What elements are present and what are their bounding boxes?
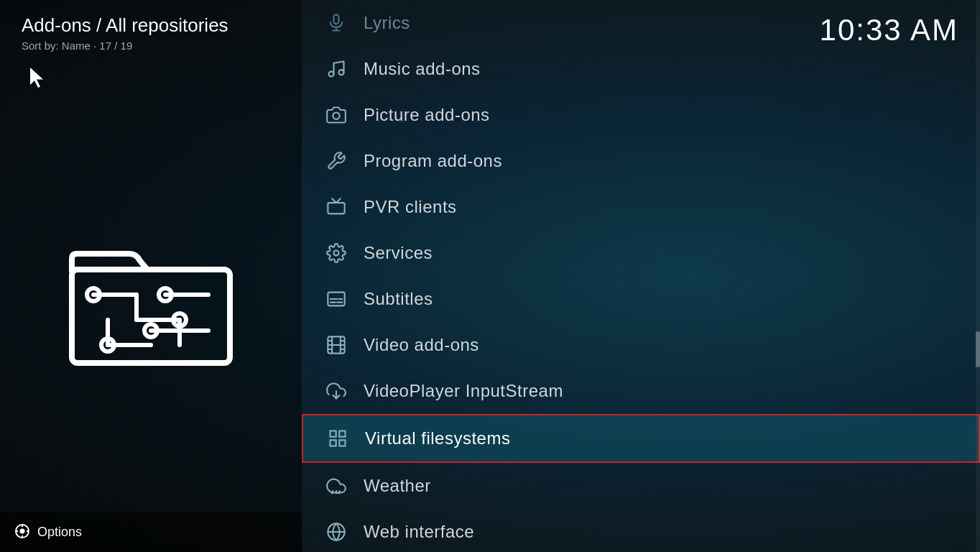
menu-item-picture-addons[interactable]: Picture add-ons [302,92,980,138]
right-panel: LyricsMusic add-onsPicture add-onsProgra… [302,0,980,552]
scrollbar[interactable] [976,0,980,552]
options-icon [14,523,30,542]
options-bar[interactable]: Options [0,512,302,552]
svg-rect-26 [328,203,344,213]
menu-item-services[interactable]: Services [302,230,980,276]
menu-item-music-addons[interactable]: Music add-ons [302,46,980,92]
menu-item-virtual-filesystems[interactable]: Virtual filesystems [302,414,980,463]
download-box-icon [323,378,349,404]
menu-label-subtitles: Subtitles [364,289,433,309]
menu-label-weather: Weather [364,476,431,496]
folder-icon [65,226,237,370]
menu-label-videoplayer-inputstream: VideoPlayer InputStream [364,381,563,401]
menu-label-web-interface: Web interface [364,522,474,542]
camera-icon [323,102,349,128]
options-label: Options [37,525,82,540]
subtitles-icon [323,286,349,312]
menu-label-video-addons: Video add-ons [364,335,479,355]
menu-list: LyricsMusic add-onsPicture add-onsProgra… [302,0,980,552]
svg-rect-42 [330,431,336,437]
svg-rect-20 [334,14,339,24]
svg-point-25 [333,113,339,119]
menu-item-video-addons[interactable]: Video add-ons [302,322,980,368]
menu-label-pvr-clients: PVR clients [364,197,457,217]
menu-label-music-addons: Music add-ons [364,59,481,79]
folder-icon-container [22,116,280,538]
menu-item-subtitles[interactable]: Subtitles [302,276,980,322]
gear-icon [323,240,349,266]
svg-point-24 [339,70,344,75]
grid-box-icon [325,426,351,451]
svg-point-15 [20,528,25,533]
tv-icon [323,194,349,220]
film-icon [323,332,349,358]
svg-rect-45 [339,440,345,446]
music-note-icon [323,56,349,82]
svg-rect-44 [330,440,336,446]
cursor-icon [29,66,280,94]
menu-label-virtual-filesystems: Virtual filesystems [365,428,510,448]
left-panel: Add-ons / All repositories Sort by: Name… [0,0,302,552]
svg-rect-0 [72,270,230,363]
menu-item-lyrics[interactable]: Lyrics [302,0,980,46]
svg-point-27 [334,251,339,256]
menu-label-picture-addons: Picture add-ons [364,105,490,125]
menu-label-lyrics: Lyrics [364,13,410,33]
menu-item-weather[interactable]: Weather [302,463,980,509]
wrench-icon [323,148,349,174]
page-title: Add-ons / All repositories Sort by: Name… [22,14,280,66]
scrollbar-thumb[interactable] [976,331,980,367]
menu-item-web-interface[interactable]: Web interface [302,509,980,552]
globe-icon [323,519,349,545]
menu-label-program-addons: Program add-ons [364,151,502,171]
menu-item-program-addons[interactable]: Program add-ons [302,138,980,184]
menu-item-pvr-clients[interactable]: PVR clients [302,184,980,230]
cloud-icon [323,473,349,499]
microphone-icon [323,10,349,36]
menu-label-services: Services [364,243,433,263]
menu-item-videoplayer-inputstream[interactable]: VideoPlayer InputStream [302,368,980,414]
svg-point-23 [329,72,334,77]
svg-rect-43 [339,431,345,437]
